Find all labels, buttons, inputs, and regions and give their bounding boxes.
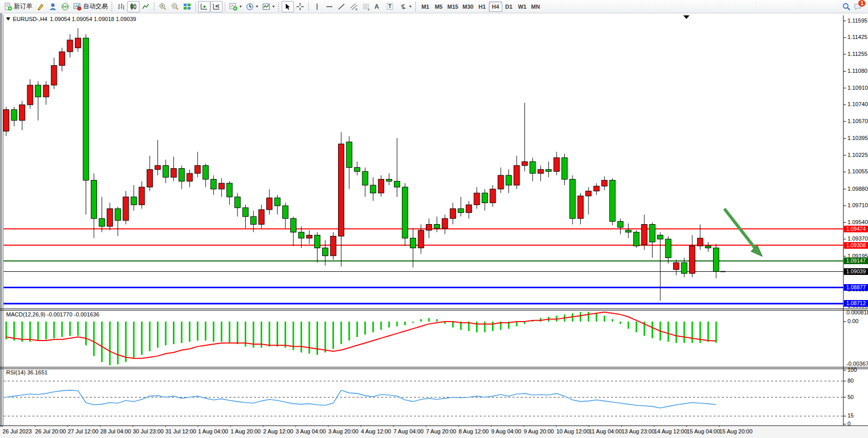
candle-body — [642, 224, 647, 245]
candle-body — [602, 180, 607, 186]
candle-body — [697, 238, 703, 246]
candle-body — [107, 209, 113, 226]
candle-body — [514, 166, 520, 185]
time-axis-label: 3 Aug 04:00 — [296, 428, 326, 434]
candle-body — [370, 185, 376, 193]
macd-histogram-bar — [492, 322, 494, 331]
price-level-label: 1.09039 — [844, 268, 868, 275]
candle-body — [91, 180, 97, 218]
price-tick-label: 1.09370 — [847, 235, 868, 242]
candle-body — [131, 197, 136, 205]
macd-histogram-bar — [707, 322, 709, 342]
macd-histogram-bar — [141, 322, 143, 355]
macd-histogram-bar — [133, 322, 134, 359]
macd-histogram-bar — [476, 322, 478, 332]
chart-ohlc-values: 1.09054 1.09054 1.09018 1.09039 — [50, 16, 136, 22]
candle-body — [267, 198, 272, 210]
price-tick-label: 1.11595 — [847, 17, 867, 24]
macd-histogram-bar — [412, 322, 414, 323]
macd-histogram-bar — [667, 322, 669, 342]
price-tick-label: 1.09540 — [847, 219, 868, 225]
candle-body — [139, 187, 145, 205]
candle-body — [570, 180, 576, 218]
macd-histogram-bar — [269, 322, 270, 347]
candle-body — [274, 198, 280, 206]
candle-body — [658, 235, 663, 240]
rsi-tick-label: 100 — [847, 367, 857, 373]
macd-histogram-bar — [396, 322, 398, 326]
time-axis-label: 4 Aug 12:00 — [361, 428, 391, 434]
macd-histogram-bar — [372, 322, 374, 332]
candle-body — [234, 197, 240, 208]
macd-histogram-bar — [452, 322, 453, 328]
candle-body — [67, 40, 73, 52]
time-axis-label: 1 Aug 04:00 — [198, 428, 228, 434]
time-axis-label: 11 Aug 04:00 — [589, 428, 622, 434]
candle-body — [625, 230, 631, 232]
macd-histogram-bar — [189, 322, 190, 342]
macd-histogram-bar — [236, 322, 238, 344]
candle-body — [51, 66, 57, 85]
macd-histogram-bar — [516, 322, 518, 326]
rsi-tick-label: 80 — [847, 377, 854, 384]
macd-histogram-bar — [692, 322, 693, 343]
macd-histogram-bar — [61, 322, 63, 337]
candle-body — [179, 168, 185, 181]
candle-body — [314, 235, 320, 248]
time-axis-label: 14 Aug 12:00 — [654, 428, 687, 434]
price-tick-label: 1.11425 — [847, 34, 867, 40]
macd-histogram-bar — [588, 312, 589, 322]
macd-histogram-bar — [221, 322, 222, 342]
time-axis-label: 30 Jul 23:00 — [133, 428, 164, 434]
time-axis-label: 26 Jul 20:00 — [35, 428, 66, 434]
candle-body — [609, 180, 615, 221]
chart-canvas — [0, 0, 868, 438]
candle-body — [354, 168, 360, 172]
candle-body — [323, 248, 328, 255]
macd-histogram-bar — [317, 322, 318, 355]
candle-body — [155, 166, 161, 170]
macd-histogram-bar — [292, 322, 294, 350]
time-axis-label: 31 Jul 12:00 — [166, 428, 196, 434]
candle-body — [530, 162, 536, 173]
macd-histogram-bar — [93, 322, 95, 356]
candle-body — [227, 183, 232, 197]
collapse-triangle-icon[interactable] — [6, 17, 10, 21]
macd-histogram-bar — [620, 322, 621, 324]
macd-histogram-bar — [652, 322, 653, 338]
candle-body — [681, 263, 687, 273]
candle-body — [83, 38, 89, 180]
chart-shift-marker[interactable] — [683, 15, 689, 19]
macd-histogram-bar — [77, 322, 78, 336]
candle-body — [442, 218, 448, 228]
candle-body — [251, 216, 257, 224]
time-axis-label: 8 Aug 12:00 — [459, 428, 489, 434]
macd-histogram-bar — [205, 322, 206, 341]
macd-histogram-bar — [173, 322, 174, 344]
candle-body — [11, 110, 17, 121]
candle-body — [634, 232, 639, 246]
macd-histogram-bar — [636, 322, 637, 332]
time-axis-label: 13 Aug 23:00 — [622, 428, 655, 434]
candle-body — [506, 175, 511, 185]
candle-body — [578, 196, 583, 218]
time-axis-label: 3 Aug 20:00 — [328, 428, 359, 434]
macd-histogram-bar — [301, 322, 302, 352]
macd-histogram-bar — [611, 319, 613, 322]
macd-histogram-bar — [285, 322, 286, 348]
price-level-label: 1.09147 — [844, 257, 868, 264]
annotation-arrow-shaft[interactable] — [724, 209, 758, 252]
macd-histogram-bar — [325, 322, 326, 352]
candle-body — [259, 210, 264, 225]
candle-body — [562, 157, 567, 179]
macd-histogram-bar — [388, 322, 390, 328]
candle-body — [554, 157, 559, 171]
macd-histogram-bar — [596, 313, 597, 322]
time-axis-label: 2 Aug 12:00 — [263, 428, 293, 434]
candle-body — [649, 224, 655, 242]
macd-histogram-bar — [157, 322, 159, 348]
candle-body — [330, 236, 336, 255]
macd-min-label: -0.003677 — [846, 361, 868, 367]
candle-body — [426, 224, 432, 230]
candle-body — [299, 232, 304, 238]
